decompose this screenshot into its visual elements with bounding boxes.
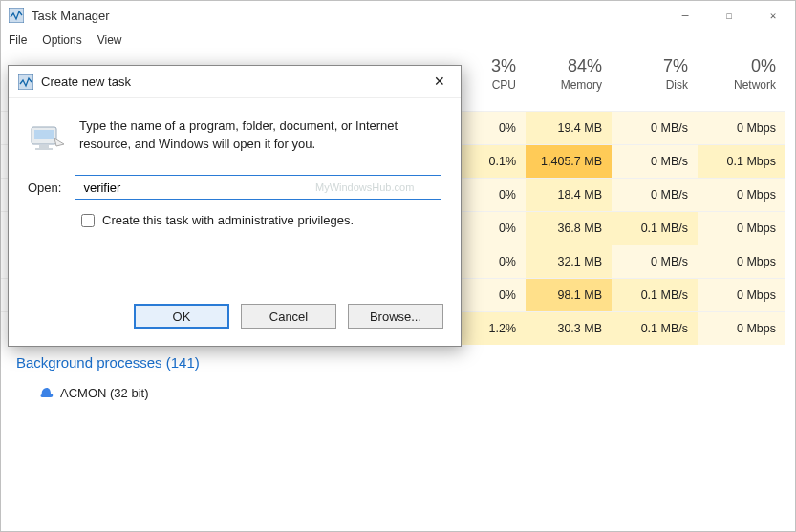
cpu-pct[interactable]: 3% [459,56,526,76]
dialog-title: Create new task [41,74,131,89]
admin-checkbox[interactable] [81,214,95,227]
net-label[interactable]: Network [698,76,785,92]
mem-cell: 19.4 MB [526,112,612,144]
cpu-label[interactable]: CPU [459,76,526,92]
cpu-cell: 0.1% [459,145,526,178]
dialog-description: Type the name of a program, folder, docu… [79,117,441,156]
cpu-cell: 0% [459,179,526,211]
task-manager-icon [9,8,24,23]
net-cell: 0.1 Mbps [698,145,785,178]
disk-cell: 0 MB/s [612,245,698,278]
menu-bar: File Options View [1,30,795,51]
dialog-titlebar[interactable]: Create new task ✕ [9,66,461,98]
admin-label: Create this task with administrative pri… [102,213,354,227]
mem-cell: 1,405.7 MB [526,145,612,178]
menu-view[interactable]: View [97,33,122,47]
open-input[interactable] [75,175,441,200]
create-task-dialog: Create new task ✕ Type the name of a pro… [8,65,462,347]
disk-cell: 0 MB/s [612,112,698,144]
cpu-cell: 1.2% [459,312,526,345]
run-icon [28,117,66,156]
net-pct[interactable]: 0% [698,56,785,76]
net-cell: 0 Mbps [698,112,785,144]
mem-cell: 98.1 MB [526,279,612,311]
net-cell: 0 Mbps [698,279,785,311]
maximize-button[interactable]: ☐ [707,1,751,30]
disk-cell: 0.1 MB/s [612,212,698,245]
titlebar[interactable]: Task Manager ─ ☐ ✕ [1,1,795,30]
net-cell: 0 Mbps [698,212,785,245]
task-manager-icon [18,74,33,90]
browse-button[interactable]: Browse... [348,304,443,329]
cancel-button[interactable]: Cancel [241,304,336,329]
close-button[interactable]: ✕ [751,1,795,30]
cpu-cell: 0% [459,245,526,278]
net-cell: 0 Mbps [698,245,785,278]
cpu-cell: 0% [459,212,526,245]
disk-cell: 0.1 MB/s [612,312,698,345]
disk-cell: 0 MB/s [612,145,698,178]
mem-cell: 36.8 MB [526,212,612,245]
menu-file[interactable]: File [9,33,27,47]
dialog-close-button[interactable]: ✕ [419,66,461,96]
mem-cell: 30.3 MB [526,312,612,345]
net-cell: 0 Mbps [698,312,785,345]
table-row[interactable]: ACMON (32 bit) [1,376,785,410]
disk-label[interactable]: Disk [612,76,698,92]
column-headers: 3% 84% 7% 0% CPU Memory Disk Network [459,56,785,92]
mem-label[interactable]: Memory [526,76,612,92]
disk-cell: 0.1 MB/s [612,279,698,311]
menu-options[interactable]: Options [42,33,81,47]
net-cell: 0 Mbps [698,179,785,211]
ok-button[interactable]: OK [134,304,229,329]
cpu-cell: 0% [459,279,526,311]
process-name: ACMON (32 bit) [60,386,148,400]
minimize-button[interactable]: ─ [663,1,707,30]
window-title: Task Manager [32,9,110,23]
cpu-cell: 0% [459,112,526,144]
svg-rect-12 [39,145,49,148]
open-label: Open: [28,181,61,195]
mem-cell: 32.1 MB [526,245,612,278]
mem-pct[interactable]: 84% [526,56,612,76]
disk-cell: 0 MB/s [612,179,698,211]
mem-cell: 18.4 MB [526,179,612,211]
background-processes-header: Background processes (141) [1,345,785,376]
svg-rect-13 [35,148,53,150]
svg-rect-11 [34,130,54,139]
disk-pct[interactable]: 7% [612,56,698,76]
